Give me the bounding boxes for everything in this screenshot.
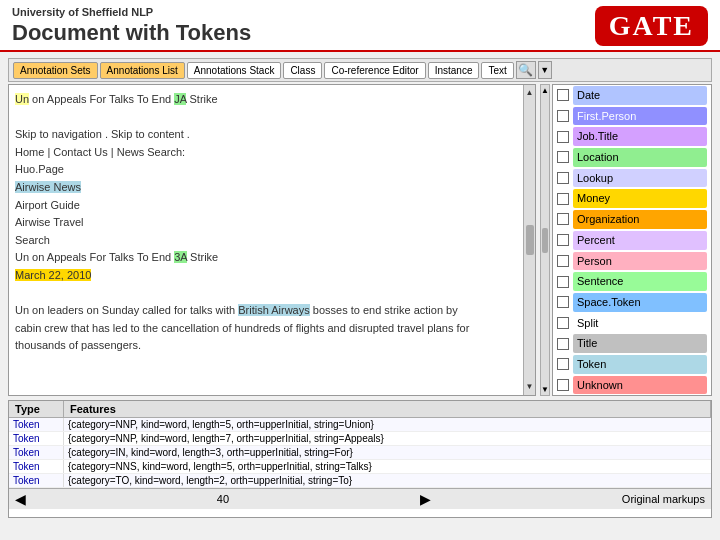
table-footer: ◀ 40 ▶ Original markups [9,488,711,509]
token-checkbox[interactable] [557,358,569,370]
row-type: Token [9,460,64,473]
jobtitle-label[interactable]: Job.Title [573,127,707,146]
tab-annotations-stack[interactable]: Annotations Stack [187,62,282,79]
table-body: Token {category=NNP, kind=word, length=5… [9,418,711,488]
title-checkbox[interactable] [557,338,569,350]
right-panel-outer: ▲ ▼ Date First.Person Job.Titl [540,84,712,396]
table-row: Token {category=NNS, kind=word, length=5… [9,460,711,474]
split-label[interactable]: Split [573,314,707,333]
firstperson-label[interactable]: First.Person [573,107,707,126]
organization-label[interactable]: Organization [573,210,707,229]
list-item: Money [553,188,711,209]
scroll-down-arrow[interactable]: ▼ [526,381,534,393]
row-features: {category=NNP, kind=word, length=7, orth… [64,432,711,445]
document-content: Un on Appeals For Talks To End JA Strike… [15,91,529,355]
location-label[interactable]: Location [573,148,707,167]
list-item: Person [553,251,711,272]
tab-text[interactable]: Text [481,62,513,79]
gate-logo: GATE [595,6,708,46]
jobtitle-checkbox[interactable] [557,131,569,143]
list-item: Location [553,147,711,168]
tab-instance[interactable]: Instance [428,62,480,79]
organization-checkbox[interactable] [557,213,569,225]
content-area: Un on Appeals For Talks To End JA Strike… [8,84,712,396]
table-row: Token {category=NNP, kind=word, length=7… [9,432,711,446]
location-checkbox[interactable] [557,151,569,163]
split-checkbox[interactable] [557,317,569,329]
annotations-list-panel: Date First.Person Job.Title Location [552,84,712,396]
search-button[interactable]: 🔍 [516,61,536,79]
sentence-label[interactable]: Sentence [573,272,707,291]
list-item: Token [553,354,711,375]
spacetoken-checkbox[interactable] [557,296,569,308]
annotations-list: Date First.Person Job.Title Location [553,85,711,395]
next-page-button[interactable]: ▶ [420,491,431,507]
list-item: First.Person [553,106,711,127]
table-row: Token {category=TO, kind=word, length=2,… [9,474,711,488]
table-row: Token {category=NNP, kind=word, length=5… [9,418,711,432]
page-title: Document with Tokens [12,20,251,46]
list-item: Unknown [553,375,711,396]
row-features: {category=NNS, kind=word, length=5, orth… [64,460,711,473]
table-header: Type Features [9,401,711,418]
main-content: Annotation Sets Annotations List Annotat… [8,58,712,518]
list-item: Space.Token [553,292,711,313]
features-column-header: Features [64,401,711,417]
tab-class[interactable]: Class [283,62,322,79]
list-item: Split [553,313,711,334]
type-column-header: Type [9,401,64,417]
sentence-checkbox[interactable] [557,276,569,288]
percent-checkbox[interactable] [557,234,569,246]
list-item: Title [553,333,711,354]
header: University of Sheffield NLP Document wit… [0,0,720,52]
right-scroll-down[interactable]: ▼ [541,385,549,394]
percent-label[interactable]: Percent [573,231,707,250]
right-scroll-up[interactable]: ▲ [541,86,549,95]
document-panel: Un on Appeals For Talks To End JA Strike… [8,84,536,396]
list-item: Date [553,85,711,106]
dropdown-button[interactable]: ▼ [538,61,552,79]
university-title: University of Sheffield NLP [12,6,251,18]
date-label[interactable]: Date [573,86,707,105]
bottom-panel: Type Features Token {category=NNP, kind=… [8,400,712,518]
doc-scrollbar[interactable]: ▲ ▼ [523,85,535,395]
unknown-label[interactable]: Unknown [573,376,707,395]
title-label[interactable]: Title [573,334,707,353]
document-text[interactable]: Un on Appeals For Talks To End JA Strike… [9,85,535,395]
row-type: Token [9,446,64,459]
firstperson-checkbox[interactable] [557,110,569,122]
row-type: Token [9,432,64,445]
list-item: Organization [553,209,711,230]
money-checkbox[interactable] [557,193,569,205]
lookup-label[interactable]: Lookup [573,169,707,188]
right-scrollbar[interactable]: ▲ ▼ [540,84,550,396]
toolbar: Annotation Sets Annotations List Annotat… [8,58,712,82]
header-left: University of Sheffield NLP Document wit… [12,6,251,46]
list-item: Sentence [553,271,711,292]
token-label[interactable]: Token [573,355,707,374]
row-type: Token [9,418,64,431]
tab-annotation-sets[interactable]: Annotation Sets [13,62,98,79]
row-features: {category=IN, kind=word, length=3, orth=… [64,446,711,459]
date-checkbox[interactable] [557,89,569,101]
person-checkbox[interactable] [557,255,569,267]
tab-coreference-editor[interactable]: Co-reference Editor [324,62,425,79]
spacetoken-label[interactable]: Space.Token [573,293,707,312]
unknown-checkbox[interactable] [557,379,569,391]
list-item: Percent [553,230,711,251]
scroll-up-arrow[interactable]: ▲ [526,87,534,99]
list-item: Job.Title [553,126,711,147]
page-number: 40 [217,493,229,505]
table-row: Token {category=IN, kind=word, length=3,… [9,446,711,460]
row-type: Token [9,474,64,487]
person-label[interactable]: Person [573,252,707,271]
footer-right-label: Original markups [622,493,705,505]
list-item: Lookup [553,168,711,189]
row-features: {category=TO, kind=word, length=2, orth=… [64,474,711,487]
prev-page-button[interactable]: ◀ [15,491,26,507]
lookup-checkbox[interactable] [557,172,569,184]
row-features: {category=NNP, kind=word, length=5, orth… [64,418,711,431]
money-label[interactable]: Money [573,189,707,208]
tab-annotations-list[interactable]: Annotations List [100,62,185,79]
